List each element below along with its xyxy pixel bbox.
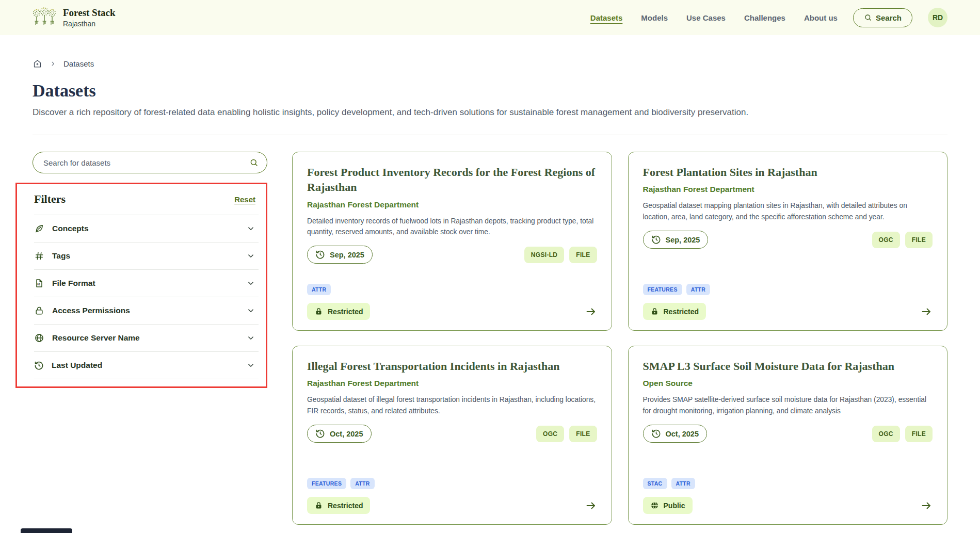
main-nav: DatasetsModelsUse CasesChallengesAbout u… <box>590 13 838 22</box>
arrow-right-icon[interactable] <box>920 305 933 318</box>
card-meta-row: Sep, 2025 OGCFILE <box>643 231 933 249</box>
api-badges: FEATURESATTR <box>307 478 597 489</box>
access-pill: Public <box>643 497 693 514</box>
search-icon[interactable] <box>249 158 259 167</box>
format-tag-file: FILE <box>569 426 597 442</box>
brand-logo-block[interactable]: Forest Stack Rajasthan <box>33 5 116 30</box>
card-footer-row: Restricted <box>307 497 597 514</box>
page-title: Datasets <box>33 81 947 101</box>
format-tag-ngsi-ld: NGSI-LD <box>524 247 564 263</box>
arrow-right-icon[interactable] <box>920 499 933 512</box>
format-tag-ogc: OGC <box>872 426 900 442</box>
api-badge-attr: ATTR <box>686 284 710 295</box>
api-badge-attr: ATTR <box>671 478 695 489</box>
nav-item-about-us[interactable]: About us <box>804 13 838 22</box>
filter-row-last-updated[interactable]: Last Updated <box>34 352 259 379</box>
search-button[interactable]: Search <box>853 8 912 27</box>
filter-row-access-permissions[interactable]: Access Permissions <box>34 297 259 325</box>
dataset-title[interactable]: Forest Plantation Sites in Rajasthan <box>643 165 933 180</box>
svg-text:01: 01 <box>37 283 40 286</box>
breadcrumb-current: Datasets <box>63 59 94 68</box>
access-pill: Restricted <box>307 303 370 320</box>
api-badge-features: FEATURES <box>307 478 346 489</box>
lock-filled-icon <box>314 501 323 510</box>
history-icon <box>34 361 44 370</box>
hash-icon <box>34 251 44 261</box>
page-description: Discover a rich repository of forest-rel… <box>33 107 947 118</box>
dataset-card[interactable]: SMAP L3 Surface Soil Moisture Data for R… <box>628 346 948 525</box>
chevron-down-icon <box>246 306 255 315</box>
chevron-down-icon <box>246 333 255 343</box>
format-tag-file: FILE <box>905 426 933 442</box>
nav-item-use-cases[interactable]: Use Cases <box>686 13 726 22</box>
dataset-title[interactable]: SMAP L3 Surface Soil Moisture Data for R… <box>643 359 933 374</box>
api-badges: STACATTR <box>643 478 933 489</box>
arrow-right-icon[interactable] <box>585 499 597 512</box>
search-button-label: Search <box>876 13 902 22</box>
filter-row-resource-server-name[interactable]: Resource Server Name <box>34 325 259 352</box>
spacer <box>643 249 933 284</box>
footer-partial <box>21 528 72 533</box>
dataset-search-wrap <box>33 152 267 173</box>
dataset-description: Geospatial dataset mapping plantation si… <box>643 200 933 222</box>
filter-label: Concepts <box>52 224 89 233</box>
brand-subtitle: Rajasthan <box>63 20 116 28</box>
filter-label: File Format <box>52 279 95 288</box>
format-tags: OGCFILE <box>872 426 933 442</box>
nav-item-challenges[interactable]: Challenges <box>744 13 785 22</box>
leaf-icon <box>34 223 44 234</box>
chevron-down-icon <box>246 361 255 370</box>
dataset-org: Open Source <box>643 379 933 388</box>
dataset-org: Rajasthan Forest Department <box>643 185 933 194</box>
file-code-icon: 01 <box>34 278 44 288</box>
dataset-org: Rajasthan Forest Department <box>307 379 597 388</box>
dataset-description: Detailed inventory records of fuelwood l… <box>307 216 597 238</box>
access-label: Restricted <box>328 308 363 316</box>
dataset-description: Provides SMAP satellite-derived surface … <box>643 394 933 416</box>
lock-icon <box>34 305 44 316</box>
card-footer-row: Public <box>643 497 933 514</box>
nav-item-datasets[interactable]: Datasets <box>590 13 623 22</box>
dataset-title[interactable]: Forest Product Inventory Records for the… <box>307 165 597 195</box>
dataset-search-input[interactable] <box>33 152 267 173</box>
format-tag-file: FILE <box>905 232 933 248</box>
dataset-card[interactable]: Illegal Forest Transportation Incidents … <box>292 346 612 525</box>
globe-icon <box>34 333 44 343</box>
spacer <box>307 443 597 478</box>
filters-list: ConceptsTags01File FormatAccess Permissi… <box>34 215 259 379</box>
arrow-right-icon[interactable] <box>585 305 597 318</box>
globe-filled-icon <box>650 501 659 510</box>
filter-row-tags[interactable]: Tags <box>34 243 259 270</box>
last-updated-label: Sep, 2025 <box>330 251 364 259</box>
api-badge-features: FEATURES <box>643 284 682 295</box>
card-meta-row: Oct, 2025 OGCFILE <box>643 425 933 443</box>
filters-header: Filters Reset <box>34 192 259 206</box>
reset-filters-link[interactable]: Reset <box>234 195 255 204</box>
filters-panel-highlighted: Filters Reset ConceptsTags01File FormatA… <box>15 183 267 388</box>
card-footer-row: Restricted <box>643 303 933 320</box>
format-tag-ogc: OGC <box>536 426 564 442</box>
spacer <box>307 264 597 284</box>
access-label: Restricted <box>328 502 363 510</box>
filter-row-file-format[interactable]: 01File Format <box>34 270 259 297</box>
nav-item-models[interactable]: Models <box>641 13 668 22</box>
api-badge-attr: ATTR <box>307 284 331 295</box>
api-badges: FEATURESATTR <box>643 284 933 295</box>
dataset-card[interactable]: Forest Product Inventory Records for the… <box>292 152 612 331</box>
card-footer-row: Restricted <box>307 303 597 320</box>
spacer <box>643 443 933 478</box>
format-tag-file: FILE <box>569 247 597 263</box>
filter-row-concepts[interactable]: Concepts <box>34 215 259 243</box>
chevron-down-icon <box>246 224 255 233</box>
breadcrumb: Datasets <box>33 59 947 69</box>
access-label: Public <box>664 502 685 510</box>
home-icon[interactable] <box>33 59 42 69</box>
user-avatar[interactable]: RD <box>928 8 947 27</box>
last-updated-pill: Sep, 2025 <box>307 246 373 264</box>
format-tags: OGCFILE <box>872 232 933 248</box>
lock-filled-icon <box>314 307 323 316</box>
dataset-card[interactable]: Forest Plantation Sites in Rajasthan Raj… <box>628 152 948 331</box>
dataset-title[interactable]: Illegal Forest Transportation Incidents … <box>307 359 597 374</box>
format-tags: OGCFILE <box>536 426 597 442</box>
lock-filled-icon <box>650 307 659 316</box>
